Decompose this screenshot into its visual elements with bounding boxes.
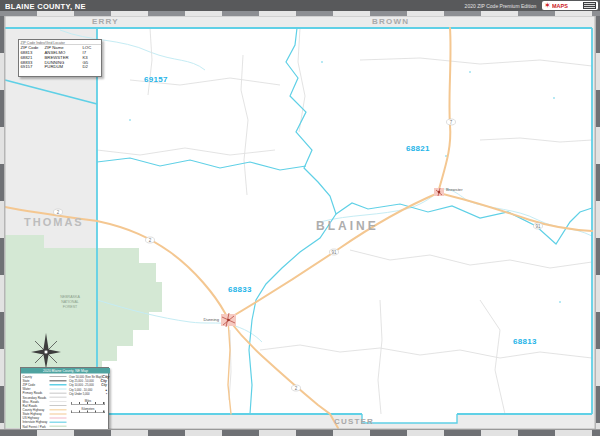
legend-city-items: Over 50,000 (See Str Map)City City 25,00… <box>69 375 107 429</box>
neighbor-county-label-cherry: ERRY <box>92 17 119 26</box>
county-name-label: BLAINE <box>316 219 379 233</box>
zip-index-panel: ZIP Code Index/Grid Locator ZIP Code ZIP… <box>18 39 102 77</box>
legend-swatch <box>50 380 67 381</box>
route-shield: 2 <box>292 385 301 391</box>
town-label: Brewster <box>446 187 463 192</box>
svg-text:FOREST: FOREST <box>63 305 78 309</box>
svg-text:91: 91 <box>331 250 337 255</box>
zip-code-label: 68813 <box>513 337 537 346</box>
svg-text:91: 91 <box>535 224 541 229</box>
legend-item: Natl Forest / Park <box>23 424 67 428</box>
neighbor-county-label-brown: BROWN <box>372 17 409 26</box>
publisher-logo: ✶ MAPS <box>542 1 598 10</box>
legend-city-item: City 5,000 - 10,000■ <box>69 387 107 391</box>
legend-swatch <box>50 422 67 423</box>
grid-ruler-top <box>0 11 600 16</box>
logo-star-icon: ✶ <box>544 2 551 10</box>
svg-text:NATIONAL: NATIONAL <box>61 300 79 304</box>
legend-swatch <box>50 376 67 377</box>
legend-swatch <box>50 405 67 406</box>
zip-code-label: 68821 <box>406 144 430 153</box>
grid-ruler-left <box>0 16 5 429</box>
scale-bar-miles: Miles <box>69 399 107 405</box>
route-shield: 91 <box>330 249 339 255</box>
zip-code-label: 69157 <box>144 75 168 84</box>
svg-text:NEBRASKA: NEBRASKA <box>60 295 80 299</box>
legend-city-item: City 10,000 - 25,000City <box>69 383 107 387</box>
legend-swatch <box>50 401 67 402</box>
legend-swatch <box>50 426 67 427</box>
legend-city-item: Over 50,000 (See Str Map)City <box>69 375 107 379</box>
route-shield: 7 <box>447 119 456 125</box>
title-bar: BLAINE COUNTY, NE 2020 ZIP Code Premium … <box>0 0 600 11</box>
route-shield: 2 <box>146 237 155 243</box>
legend-swatch <box>50 397 67 398</box>
town-dunning: Dunning <box>203 313 236 327</box>
route-shield: 2 <box>54 209 63 215</box>
legend-swatch <box>50 409 67 410</box>
map-sheet: 2 2 2 91 91 7 Brewster Dunning NEBRASKA … <box>0 0 600 436</box>
legend-line-items: County State ZIP Code Water Primary Road… <box>23 375 67 429</box>
logo-brand-text: MAPS <box>552 3 565 9</box>
logo-detail-block <box>583 2 596 9</box>
legend-panel: 2020 Blaine County, NE Map County State … <box>20 367 109 434</box>
neighbor-county-label-thomas: THOMAS <box>24 216 84 228</box>
legend-city-item: City Under 5,000• <box>69 392 107 396</box>
legend-swatch <box>50 417 67 418</box>
town-label: Dunning <box>203 317 219 322</box>
grid-ruler-bottom <box>0 429 600 436</box>
legend-swatch <box>50 393 67 394</box>
grid-ruler-right <box>595 16 600 429</box>
zip-code-label: 68833 <box>228 285 252 294</box>
legend-swatch <box>50 388 67 389</box>
neighbor-county-label-custer: CUSTER <box>334 417 374 426</box>
route-shield: 91 <box>534 223 543 229</box>
edition-label: 2020 ZIP Code Premium Edition <box>464 3 536 9</box>
legend-city-item: City 25,000 - 50,000City <box>69 379 107 383</box>
legend-swatch <box>50 384 67 385</box>
scale-bar-kilometers: Kilometers <box>69 407 107 413</box>
zip-index-row: 69157 PURDUM D2 <box>21 65 102 70</box>
map-title: BLAINE COUNTY, NE <box>5 2 86 11</box>
legend-swatch <box>50 413 67 414</box>
